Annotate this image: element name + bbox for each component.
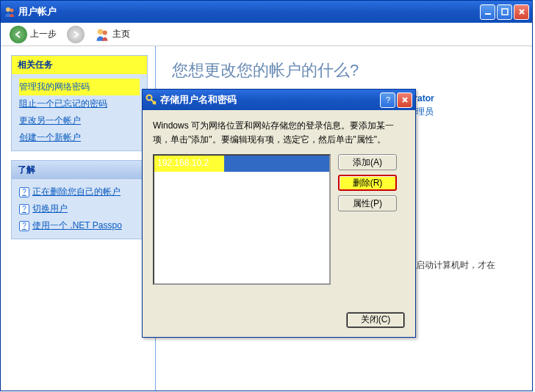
- button-column: 添加(A) 删除(R) 属性(P): [338, 154, 397, 285]
- close-dialog-button[interactable]: 关闭(C): [346, 312, 405, 328]
- people-icon: [95, 27, 109, 42]
- list-item[interactable]: 192.168.10.2: [154, 156, 329, 171]
- properties-button[interactable]: 属性(P): [338, 195, 397, 211]
- svg-point-0: [6, 7, 10, 12]
- close-button[interactable]: [514, 4, 529, 20]
- svg-point-5: [103, 30, 107, 35]
- toolbar: 上一步 主页: [1, 23, 532, 46]
- svg-rect-3: [502, 9, 508, 15]
- remove-button[interactable]: 删除(R): [338, 175, 397, 191]
- account-name: nistrator: [398, 92, 516, 105]
- tasks-header: 相关任务: [12, 56, 147, 74]
- link-use-passport[interactable]: ?使用一个 .NET Passpo: [19, 217, 140, 234]
- back-arrow-icon: [10, 26, 27, 43]
- account-role: 机管理员: [398, 105, 516, 118]
- sidebar: 相关任务 管理我的网络密码 阻止一个已忘记的密码 更改另一个帐户 创建一个新帐户…: [1, 46, 155, 391]
- tasks-panel: 相关任务 管理我的网络密码 阻止一个已忘记的密码 更改另一个帐户 创建一个新帐户: [11, 55, 148, 151]
- dialog-mid: 192.168.10.2 添加(A) 删除(R) 属性(P): [153, 154, 405, 285]
- link-switch-user[interactable]: ?切换用户: [19, 200, 140, 217]
- dialog-footer: 关闭(C): [346, 312, 405, 328]
- account-info: nistrator 机管理员 保护: [398, 92, 516, 131]
- page-heading: 您想更改您的帐户的什么?: [172, 59, 516, 81]
- svg-point-4: [98, 29, 104, 35]
- bottom-note: 模式启动计算机时，才在: [398, 259, 516, 272]
- home-label: 主页: [112, 28, 130, 40]
- dialog-close-button[interactable]: [397, 92, 412, 108]
- link-deleting[interactable]: ?正在删除您自己的帐户: [19, 184, 140, 200]
- back-button[interactable]: 上一步: [7, 24, 60, 45]
- learn-panel: 了解 ?正在删除您自己的帐户 ?切换用户 ?使用一个 .NET Passpo: [11, 160, 148, 239]
- dialog-help-button[interactable]: ?: [380, 92, 395, 108]
- minimize-button[interactable]: [480, 4, 495, 20]
- dialog-body: Windows 可为网络位置和网站存储您的登录信息。要添加某一项，单击"添加"。…: [143, 110, 415, 294]
- forward-arrow-icon: [67, 26, 85, 43]
- link-change-account[interactable]: 更改另一个帐户: [19, 112, 140, 129]
- forward-button[interactable]: [64, 24, 87, 45]
- learn-body: ?正在删除您自己的帐户 ?切换用户 ?使用一个 .NET Passpo: [12, 179, 147, 239]
- link-create-account[interactable]: 创建一个新帐户: [19, 129, 140, 146]
- help-icon: ?: [19, 187, 29, 197]
- main-titlebar: 用户帐户: [1, 1, 532, 23]
- dialog-instructions: Windows 可为网络位置和网站存储您的登录信息。要添加某一项，单击"添加"。…: [153, 119, 405, 147]
- link-manage-passwords[interactable]: 管理我的网络密码: [19, 79, 140, 95]
- learn-header: 了解: [12, 161, 147, 179]
- tasks-body: 管理我的网络密码 阻止一个已忘记的密码 更改另一个帐户 创建一个新帐户: [12, 74, 147, 150]
- add-button[interactable]: 添加(A): [338, 154, 397, 170]
- dialog-titlebar: 存储用户名和密码 ?: [143, 90, 415, 110]
- dialog-title: 存储用户名和密码: [160, 93, 380, 106]
- key-icon: [146, 94, 157, 106]
- help-icon: ?: [19, 204, 29, 214]
- link-prevent-forgotten[interactable]: 阻止一个已忘记的密码: [19, 95, 140, 112]
- help-icon: ?: [19, 221, 29, 231]
- credentials-listbox[interactable]: 192.168.10.2: [153, 154, 331, 285]
- maximize-button[interactable]: [497, 4, 512, 20]
- account-protection: 保护: [398, 118, 516, 131]
- svg-point-1: [10, 9, 14, 12]
- users-icon: [4, 6, 15, 18]
- main-title: 用户帐户: [18, 5, 480, 18]
- credentials-dialog: 存储用户名和密码 ? Windows 可为网络位置和网站存储您的登录信息。要添加…: [142, 89, 416, 338]
- home-button[interactable]: 主页: [92, 26, 133, 43]
- back-label: 上一步: [30, 28, 57, 40]
- window-controls: [480, 4, 529, 20]
- svg-text:?: ?: [386, 95, 390, 104]
- svg-rect-2: [485, 13, 491, 15]
